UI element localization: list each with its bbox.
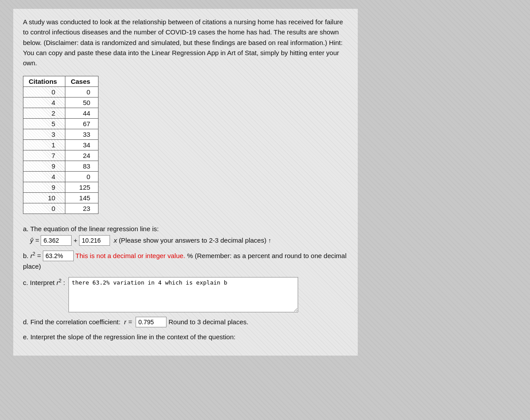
part-d-note: Round to 3 decimal places. (168, 318, 248, 326)
citations-cell: 9 (23, 161, 65, 172)
citations-cell: 0 (23, 203, 65, 214)
col-header-citations: Citations (23, 76, 65, 87)
correlation-coeff-input[interactable] (136, 317, 167, 327)
interpret-r-squared-textarea[interactable]: there 63.2% variation in 4 which is expl… (68, 277, 298, 312)
table-row: 724 (23, 150, 98, 161)
section-e: e. Interpret the slope of the regression… (23, 332, 348, 342)
intercept-input[interactable] (41, 235, 72, 246)
part-b-label: b. r2 = (23, 252, 43, 259)
citations-cell: 5 (23, 119, 65, 129)
citations-cell: 7 (23, 150, 65, 161)
cases-cell: 33 (65, 129, 98, 140)
part-a-label: a. The equation of the linear regression… (23, 225, 159, 232)
part-d-r-label: r = (122, 318, 134, 326)
table-row: 00 (23, 87, 98, 98)
data-table: Citations Cases 004502445673331347249834… (23, 76, 98, 214)
citations-cell: 2 (23, 108, 65, 119)
part-b-error: This is not a decimal or integer value. (76, 252, 185, 259)
table-row: 40 (23, 172, 98, 182)
part-e-label: e. Interpret the slope of the regression… (23, 333, 235, 341)
r-squared-input[interactable] (43, 251, 74, 261)
y-hat-label: ŷ = (30, 235, 39, 246)
part-a-note: (Please show your answers to 2-3 decimal… (119, 235, 266, 246)
table-row: 9125 (23, 182, 98, 193)
cases-cell: 0 (65, 172, 98, 182)
citations-cell: 10 (23, 193, 65, 203)
cases-cell: 125 (65, 182, 98, 193)
cases-cell: 34 (65, 140, 98, 150)
citations-cell: 4 (23, 172, 65, 182)
section-b: b. r2 = This is not a decimal or integer… (23, 250, 348, 272)
table-row: 567 (23, 119, 98, 129)
citations-cell: 0 (23, 87, 65, 98)
citations-cell: 1 (23, 140, 65, 150)
part-c-label: c. Interpret r2 : (23, 276, 65, 286)
table-row: 333 (23, 129, 98, 140)
part-d-label: d. Find the correlation coefficient: (23, 318, 121, 326)
cases-cell: 67 (65, 119, 98, 129)
cases-cell: 44 (65, 108, 98, 119)
col-header-cases: Cases (65, 76, 98, 87)
plus-sign: + (73, 235, 77, 246)
table-row: 10145 (23, 193, 98, 203)
table-row: 134 (23, 140, 98, 150)
cases-cell: 50 (65, 98, 98, 108)
table-row: 450 (23, 98, 98, 108)
citations-cell: 4 (23, 98, 65, 108)
cases-cell: 0 (65, 87, 98, 98)
slope-input[interactable] (79, 235, 110, 246)
main-content: A study was conducted to look at the rel… (13, 9, 358, 356)
intro-paragraph: A study was conducted to look at the rel… (23, 17, 348, 68)
arrow-icon[interactable]: ↑ (268, 236, 271, 245)
cases-cell: 83 (65, 161, 98, 172)
section-d: d. Find the correlation coefficient: r =… (23, 317, 348, 327)
cases-cell: 24 (65, 150, 98, 161)
x-label: x (112, 235, 117, 246)
cases-cell: 23 (65, 203, 98, 214)
table-row: 023 (23, 203, 98, 214)
section-a: a. The equation of the linear regression… (23, 224, 348, 246)
citations-cell: 3 (23, 129, 65, 140)
section-c: c. Interpret r2 : there 63.2% variation … (23, 276, 348, 312)
table-row: 983 (23, 161, 98, 172)
citations-cell: 9 (23, 182, 65, 193)
table-row: 244 (23, 108, 98, 119)
cases-cell: 145 (65, 193, 98, 203)
